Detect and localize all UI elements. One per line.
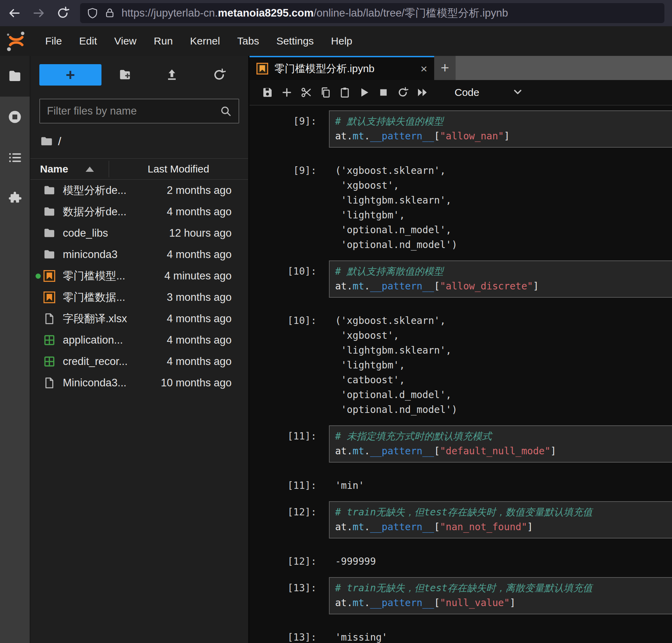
code-cell-input[interactable]: [10]: # 默认支持离散值的模型 at.mt.__pattern__["al… <box>250 260 672 298</box>
menu-help[interactable]: Help <box>322 35 361 47</box>
input-prompt: [9]: <box>250 110 329 148</box>
file-modified: 4 months ago <box>158 355 248 368</box>
file-modified: 10 months ago <box>158 377 248 389</box>
file-name: 零门槛数据... <box>63 290 158 305</box>
output-prompt: [11]: <box>250 478 329 493</box>
column-header-modified[interactable]: Last Modified <box>109 163 248 175</box>
file-row[interactable]: Miniconda3... 10 months ago <box>30 372 248 394</box>
code-string: "default_null_mode" <box>440 445 550 457</box>
sidebar-tab-toc[interactable] <box>0 137 30 178</box>
code-editor[interactable]: # 未指定填充方式时的默认填充模式 at.mt.__pattern__["def… <box>329 425 672 463</box>
restart-kernel-button[interactable] <box>393 87 412 98</box>
code-token: . <box>347 445 353 457</box>
new-launcher-button[interactable]: + <box>39 64 101 86</box>
code-editor[interactable]: # train无缺失，但test存在缺失时，数值变量默认填充值 at.mt.__… <box>329 501 672 538</box>
paste-cells-button[interactable] <box>335 87 354 98</box>
notebook-tab[interactable]: 零门槛模型分析.ipynb × <box>250 56 434 80</box>
refresh-files-button[interactable] <box>196 64 243 86</box>
breadcrumb-root[interactable]: / <box>58 135 61 148</box>
code-cell-input[interactable]: [9]: # 默认支持缺失值的模型 at.mt.__pattern__["all… <box>250 110 672 148</box>
run-cell-button[interactable] <box>354 87 374 98</box>
code-token: ] <box>504 130 510 142</box>
code-editor[interactable]: # 默认支持缺失值的模型 at.mt.__pattern__["allow_na… <box>329 110 672 148</box>
code-cell-output: [10]: ('xgboost.sklearn', 'xgboost', 'li… <box>250 313 672 417</box>
code-cell-input[interactable]: [11]: # 未指定填充方式时的默认填充模式 at.mt.__pattern_… <box>250 425 672 463</box>
file-row[interactable]: 零门槛模型... 4 minutes ago <box>30 265 248 287</box>
cell-type-select[interactable]: Code <box>455 87 479 98</box>
code-token: . <box>364 280 370 292</box>
code-editor[interactable]: # train无缺失，但test存在缺失时，离散变量默认填充值 at.mt.__… <box>329 577 672 614</box>
upload-button[interactable] <box>148 64 195 86</box>
menu-kernel[interactable]: Kernel <box>182 35 229 47</box>
menu-run[interactable]: Run <box>145 35 182 47</box>
file-row[interactable]: application... 4 months ago <box>30 329 248 351</box>
file-list: 模型分析de... 2 months ago 数据分析de... 4 month… <box>30 180 248 643</box>
code-token: . <box>347 597 353 609</box>
browser-chrome: https://jupyterlab-cn.metanoia8295.com/o… <box>0 0 672 26</box>
new-folder-button[interactable] <box>101 64 148 86</box>
reload-icon[interactable] <box>56 6 70 20</box>
file-row[interactable]: credit_recor... 4 months ago <box>30 351 248 372</box>
search-icon <box>220 105 232 117</box>
code-token: mt <box>353 521 364 533</box>
code-token: . <box>347 130 353 142</box>
screen: https://jupyterlab-cn.metanoia8295.com/o… <box>0 0 672 643</box>
sidebar-tab-filebrowser[interactable] <box>0 56 30 97</box>
file-name: credit_recor... <box>63 355 158 368</box>
tracking-shield-icon[interactable] <box>87 8 98 19</box>
folder-icon <box>42 227 57 239</box>
file-row[interactable]: miniconda3 4 months ago <box>30 244 248 265</box>
back-icon[interactable] <box>8 6 21 20</box>
notebook-content[interactable]: [9]: # 默认支持缺失值的模型 at.mt.__pattern__["all… <box>250 106 672 643</box>
file-row[interactable]: 字段翻译.xlsx 4 months ago <box>30 308 248 329</box>
file-row[interactable]: 数据分析de... 4 months ago <box>30 201 248 222</box>
stop-icon <box>378 87 389 98</box>
code-cell-input[interactable]: [12]: # train无缺失，但test存在缺失时，数值变量默认填充值 at… <box>250 501 672 538</box>
save-button[interactable] <box>258 87 277 98</box>
new-tab-button[interactable]: + <box>434 56 456 80</box>
name-header-label: Name <box>40 163 68 175</box>
menu-tabs[interactable]: Tabs <box>228 35 267 47</box>
menu-view[interactable]: View <box>106 35 145 47</box>
code-token: mt <box>353 445 364 457</box>
column-header-name[interactable]: Name <box>30 163 109 175</box>
code-token: __pattern__ <box>370 445 434 457</box>
tab-close-icon[interactable]: × <box>420 63 427 75</box>
menu-file[interactable]: File <box>37 35 70 47</box>
code-editor[interactable]: # 默认支持离散值的模型 at.mt.__pattern__["allow_di… <box>329 260 672 298</box>
code-token: at <box>335 130 347 142</box>
scissors-icon <box>301 87 312 98</box>
file-modified: 3 months ago <box>158 291 248 304</box>
sidebar-tab-running[interactable] <box>0 97 30 137</box>
file-row[interactable]: code_libs 12 hours ago <box>30 222 248 244</box>
menu-settings[interactable]: Settings <box>268 35 322 47</box>
file-name: 数据分析de... <box>63 205 158 219</box>
file-row[interactable]: 零门槛数据... 3 months ago <box>30 287 248 308</box>
add-cell-button[interactable] <box>277 87 296 98</box>
file-row[interactable]: 模型分析de... 2 months ago <box>30 180 248 201</box>
chevron-down-icon[interactable] <box>513 87 523 98</box>
address-bar[interactable]: https://jupyterlab-cn.metanoia8295.com/o… <box>80 3 664 23</box>
folder-icon <box>42 206 57 218</box>
code-cell-input[interactable]: [13]: # train无缺失，但test存在缺失时，离散变量默认填充值 at… <box>250 577 672 614</box>
save-icon <box>262 87 273 98</box>
code-token: at <box>335 445 347 457</box>
copy-icon <box>320 87 331 98</box>
lock-icon[interactable] <box>104 8 115 19</box>
restart-run-all-button[interactable] <box>412 87 432 98</box>
code-comment: # 未指定填充方式时的默认填充模式 <box>335 431 492 442</box>
home-folder-icon[interactable] <box>41 137 52 146</box>
code-token: mt <box>353 597 364 609</box>
cut-cells-button[interactable] <box>296 87 316 98</box>
file-icon <box>42 377 57 389</box>
forward-icon[interactable] <box>32 6 46 20</box>
breadcrumb: / <box>41 135 248 148</box>
copy-cells-button[interactable] <box>316 87 335 98</box>
interrupt-kernel-button[interactable] <box>374 87 393 98</box>
code-comment: # 默认支持缺失值的模型 <box>335 116 444 127</box>
filter-placeholder: Filter files by name <box>47 105 220 117</box>
code-token: . <box>364 445 370 457</box>
sidebar-tab-extensions[interactable] <box>0 178 30 219</box>
filter-files-input[interactable]: Filter files by name <box>39 99 239 123</box>
menu-edit[interactable]: Edit <box>70 35 106 47</box>
